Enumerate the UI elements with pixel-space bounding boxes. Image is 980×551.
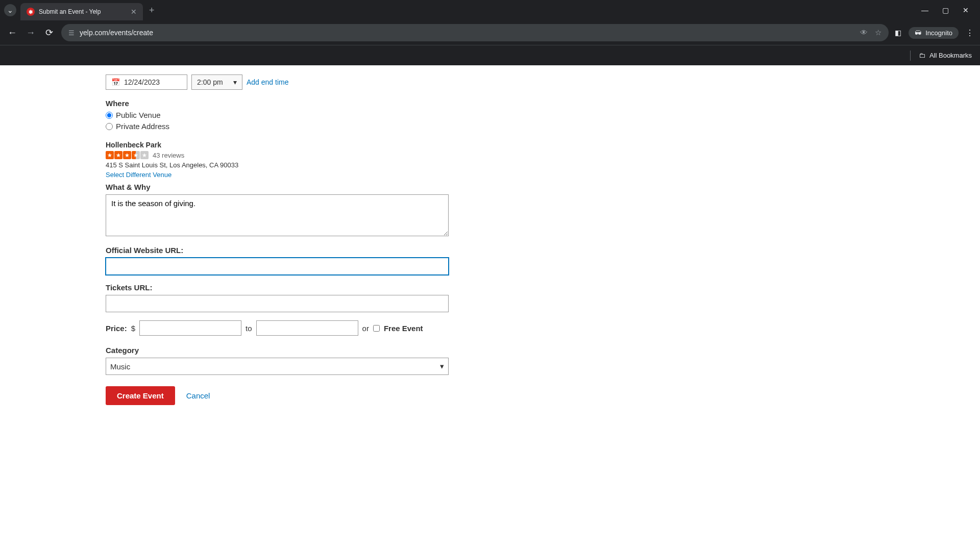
venue-address: 415 S Saint Louis St, Los Angeles, CA 90… bbox=[106, 161, 565, 169]
reload-button[interactable]: ⟳ bbox=[43, 27, 55, 38]
chevron-down-icon: ⌄ bbox=[7, 6, 13, 14]
browser-chrome: ⌄ ✱ Submit an Event - Yelp ✕ + ― ▢ ✕ ← →… bbox=[0, 0, 980, 65]
bookmarks-bar: 🗀 All Bookmarks bbox=[0, 45, 980, 65]
star-empty-icon: ★ bbox=[140, 151, 149, 159]
add-end-time-link[interactable]: Add end time bbox=[247, 78, 289, 86]
create-event-button[interactable]: Create Event bbox=[106, 386, 175, 405]
price-row: Price: $ to or Free Event bbox=[106, 320, 565, 336]
select-different-venue-link[interactable]: Select Different Venue bbox=[106, 171, 172, 179]
cancel-link[interactable]: Cancel bbox=[186, 391, 210, 400]
yelp-favicon: ✱ bbox=[27, 8, 35, 16]
price-max-input[interactable] bbox=[256, 320, 358, 336]
venue-name: Hollenbeck Park bbox=[106, 141, 565, 149]
tickets-url-label: Tickets URL: bbox=[106, 283, 565, 292]
url-box[interactable]: ☰ yelp.com/events/create 👁 ☆ bbox=[61, 24, 889, 41]
free-event-checkbox[interactable] bbox=[373, 325, 380, 332]
star-icon: ★ bbox=[123, 151, 131, 159]
back-button[interactable]: ← bbox=[6, 28, 18, 38]
forward-button[interactable]: → bbox=[24, 28, 37, 38]
side-panel-icon[interactable]: ◧ bbox=[895, 29, 901, 37]
bookmark-star-icon[interactable]: ☆ bbox=[875, 28, 881, 37]
venue-rating-row: ★ ★ ★ ★ ★ 43 reviews bbox=[106, 151, 565, 159]
public-venue-label: Public Venue bbox=[116, 111, 161, 119]
price-to-label: to bbox=[246, 324, 252, 333]
all-bookmarks-button[interactable]: 🗀 All Bookmarks bbox=[919, 52, 972, 59]
folder-icon: 🗀 bbox=[919, 52, 925, 59]
tickets-url-input[interactable] bbox=[106, 295, 449, 312]
price-label: Price: bbox=[106, 324, 127, 333]
star-half-icon: ★ bbox=[132, 151, 140, 159]
private-address-label: Private Address bbox=[116, 122, 169, 131]
browser-menu-icon[interactable]: ⋮ bbox=[966, 28, 974, 38]
site-settings-icon[interactable]: ☰ bbox=[68, 29, 75, 37]
url-text: yelp.com/events/create bbox=[80, 29, 855, 37]
chevron-down-icon: ▾ bbox=[440, 362, 444, 371]
datetime-row: 📅 12/24/2023 2:00 pm ▾ Add end time bbox=[106, 74, 565, 90]
official-url-label: Official Website URL: bbox=[106, 246, 565, 255]
public-venue-radio[interactable] bbox=[106, 112, 113, 119]
where-label: Where bbox=[106, 99, 565, 108]
tab-title: Submit an Event - Yelp bbox=[39, 8, 127, 15]
review-count: 43 reviews bbox=[153, 152, 184, 159]
venue-block: Hollenbeck Park ★ ★ ★ ★ ★ 43 reviews 415… bbox=[106, 141, 565, 179]
new-tab-button[interactable]: + bbox=[143, 5, 161, 16]
minimize-icon[interactable]: ― bbox=[921, 6, 929, 14]
calendar-icon: 📅 bbox=[111, 78, 120, 86]
time-value: 2:00 pm bbox=[197, 78, 223, 86]
free-event-label: Free Event bbox=[384, 324, 423, 333]
window-controls: ― ▢ ✕ bbox=[921, 6, 976, 14]
currency-symbol: $ bbox=[131, 324, 135, 333]
incognito-indicator[interactable]: 🕶 Incognito bbox=[909, 27, 959, 39]
private-address-radio[interactable] bbox=[106, 123, 113, 130]
browser-tab[interactable]: ✱ Submit an Event - Yelp ✕ bbox=[20, 3, 143, 20]
star-icon: ★ bbox=[114, 151, 122, 159]
category-label: Category bbox=[106, 346, 565, 355]
time-select[interactable]: 2:00 pm ▾ bbox=[191, 74, 242, 90]
close-window-icon[interactable]: ✕ bbox=[962, 6, 970, 14]
event-form: 📅 12/24/2023 2:00 pm ▾ Add end time Wher… bbox=[106, 65, 565, 436]
what-why-textarea[interactable] bbox=[106, 194, 449, 236]
form-actions: Create Event Cancel bbox=[106, 386, 565, 405]
tab-search-dropdown[interactable]: ⌄ bbox=[4, 4, 16, 16]
date-input[interactable]: 📅 12/24/2023 bbox=[106, 74, 187, 90]
all-bookmarks-label: All Bookmarks bbox=[929, 52, 972, 59]
category-select[interactable]: Music ▾ bbox=[106, 358, 449, 375]
eye-off-icon[interactable]: 👁 bbox=[860, 28, 868, 37]
star-icon: ★ bbox=[106, 151, 114, 159]
page-viewport: 📅 12/24/2023 2:00 pm ▾ Add end time Wher… bbox=[0, 65, 980, 551]
maximize-icon[interactable]: ▢ bbox=[941, 6, 949, 14]
date-value: 12/24/2023 bbox=[124, 78, 160, 86]
price-or-label: or bbox=[362, 324, 369, 333]
incognito-icon: 🕶 bbox=[915, 29, 921, 37]
address-bar: ← → ⟳ ☰ yelp.com/events/create 👁 ☆ ◧ 🕶 I… bbox=[0, 20, 980, 45]
what-why-label: What & Why bbox=[106, 183, 565, 191]
tab-bar: ⌄ ✱ Submit an Event - Yelp ✕ + ― ▢ ✕ bbox=[0, 0, 980, 20]
chevron-down-icon: ▾ bbox=[233, 78, 237, 86]
price-min-input[interactable] bbox=[139, 320, 241, 336]
close-tab-icon[interactable]: ✕ bbox=[131, 8, 137, 16]
private-address-option[interactable]: Private Address bbox=[106, 122, 565, 131]
incognito-label: Incognito bbox=[925, 29, 952, 37]
star-rating: ★ ★ ★ ★ ★ bbox=[106, 151, 149, 159]
public-venue-option[interactable]: Public Venue bbox=[106, 111, 565, 119]
bookmarks-divider bbox=[910, 51, 911, 61]
official-url-input[interactable] bbox=[106, 258, 449, 275]
category-value: Music bbox=[110, 362, 130, 371]
